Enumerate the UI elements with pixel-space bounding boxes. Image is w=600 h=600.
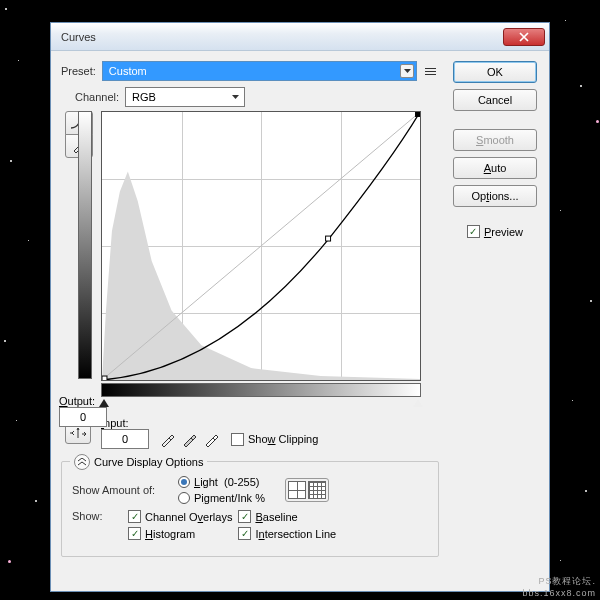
cancel-button[interactable]: Cancel — [453, 89, 537, 111]
hand-icon — [69, 426, 87, 440]
show-clipping-label: Show Clipping — [248, 433, 318, 445]
auto-button[interactable]: Auto — [453, 157, 537, 179]
preview-checkbox[interactable] — [467, 225, 480, 238]
white-eyedropper-icon[interactable] — [203, 430, 221, 448]
histogram-checkbox[interactable] — [128, 527, 141, 540]
options-button[interactable]: Options... — [453, 185, 537, 207]
chevron-down-icon — [400, 64, 414, 78]
channel-overlays-checkbox[interactable] — [128, 510, 141, 523]
intersection-checkbox[interactable] — [238, 527, 251, 540]
preset-combo[interactable]: Custom — [102, 61, 417, 81]
light-radio[interactable] — [178, 476, 190, 488]
watermark: PS教程论坛. bbs.16xx8.com — [522, 575, 596, 598]
smooth-button[interactable]: Smooth — [453, 129, 537, 151]
histogram-label: Histogram — [145, 528, 195, 540]
curve-line — [102, 112, 420, 380]
svg-rect-1 — [102, 376, 107, 380]
collapse-button[interactable] — [74, 454, 90, 470]
output-group: Output: 0 — [59, 395, 107, 427]
close-icon — [519, 32, 529, 42]
show-clipping-checkbox[interactable] — [231, 433, 244, 446]
black-eyedropper-icon[interactable] — [159, 430, 177, 448]
window-title: Curves — [61, 31, 503, 43]
display-options-legend: Curve Display Options — [94, 456, 203, 468]
grid-simple-button[interactable] — [288, 481, 306, 499]
input-input[interactable]: 0 — [101, 429, 149, 449]
input-gradient[interactable] — [101, 383, 421, 397]
chevron-up-icon — [78, 458, 86, 466]
curve-canvas[interactable] — [101, 111, 421, 381]
channel-value: RGB — [132, 91, 156, 103]
baseline-checkbox[interactable] — [238, 510, 251, 523]
intersection-label: Intersection Line — [255, 528, 336, 540]
preset-menu-icon[interactable] — [423, 63, 439, 79]
pigment-label: Pigment/Ink % — [194, 492, 265, 504]
ok-button[interactable]: OK — [453, 61, 537, 83]
channel-label: Channel: — [75, 91, 119, 103]
output-input[interactable]: 0 — [59, 407, 107, 427]
preset-label: Preset: — [61, 65, 96, 77]
baseline-label: Baseline — [255, 511, 297, 523]
gray-eyedropper-icon[interactable] — [181, 430, 199, 448]
pigment-radio[interactable] — [178, 492, 190, 504]
close-button[interactable] — [503, 28, 545, 46]
preset-value: Custom — [109, 65, 147, 77]
grid-detailed-button[interactable] — [308, 481, 326, 499]
white-point-slider[interactable] — [413, 399, 423, 407]
svg-rect-3 — [415, 112, 420, 117]
curve-display-options-group: Curve Display Options Show Amount of: Li… — [61, 461, 439, 557]
svg-rect-2 — [326, 236, 331, 241]
channel-overlays-label: Channel Overlays — [145, 511, 232, 523]
titlebar[interactable]: Curves — [51, 23, 549, 51]
light-label: Light (0-255) — [194, 476, 259, 488]
output-gradient — [78, 111, 92, 379]
output-label: O — [59, 395, 68, 407]
show-label: Show: — [72, 510, 122, 522]
show-amount-label: Show Amount of: — [72, 484, 172, 496]
channel-select[interactable]: RGB — [125, 87, 245, 107]
chevron-down-icon — [228, 90, 242, 104]
preview-label: Preview — [484, 226, 523, 238]
curves-dialog: Curves Preset: Custom Channel: RGB — [50, 22, 550, 592]
